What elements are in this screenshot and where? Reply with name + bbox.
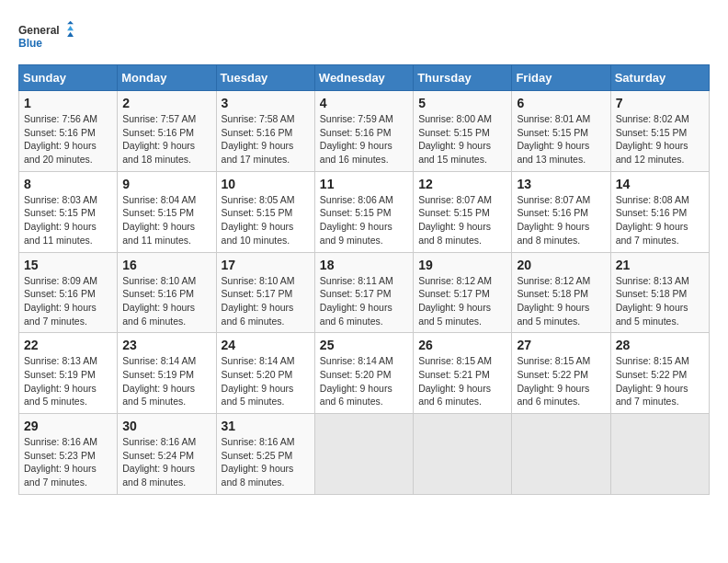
logo: General Blue [18,18,74,55]
page-header: General Blue [18,18,710,55]
day-number: 7 [616,96,704,110]
day-info: Sunrise: 8:11 AMSunset: 5:17 PMDaylight:… [320,274,408,328]
day-info: Sunrise: 8:16 AMSunset: 5:25 PMDaylight:… [222,435,310,489]
day-number: 15 [24,258,112,272]
calendar-cell: 12Sunrise: 8:07 AMSunset: 5:15 PMDayligh… [414,171,512,252]
calendar-cell [414,414,512,495]
day-number: 5 [418,96,506,110]
day-number: 9 [122,177,210,191]
column-header-wednesday: Wednesday [314,65,413,91]
day-number: 29 [24,419,112,433]
day-info: Sunrise: 8:03 AMSunset: 5:15 PMDaylight:… [24,193,112,247]
svg-marker-2 [67,21,74,24]
day-number: 12 [418,177,506,191]
calendar-cell: 31Sunrise: 8:16 AMSunset: 5:25 PMDayligh… [216,414,314,495]
day-number: 31 [222,419,310,433]
calendar-cell: 9Sunrise: 8:04 AMSunset: 5:15 PMDaylight… [118,171,216,252]
column-header-sunday: Sunday [19,65,118,91]
day-number: 26 [418,338,506,352]
day-info: Sunrise: 8:04 AMSunset: 5:15 PMDaylight:… [122,193,210,247]
day-info: Sunrise: 8:13 AMSunset: 5:19 PMDaylight:… [24,354,112,408]
calendar-cell: 20Sunrise: 8:12 AMSunset: 5:18 PMDayligh… [512,252,610,333]
calendar-cell [610,414,709,495]
calendar-cell: 27Sunrise: 8:15 AMSunset: 5:22 PMDayligh… [512,333,610,414]
calendar-cell: 23Sunrise: 8:14 AMSunset: 5:19 PMDayligh… [118,333,216,414]
day-info: Sunrise: 7:59 AMSunset: 5:16 PMDaylight:… [320,112,408,167]
calendar-cell: 15Sunrise: 8:09 AMSunset: 5:16 PMDayligh… [19,252,118,333]
svg-marker-4 [67,32,74,37]
day-number: 16 [122,258,210,272]
day-number: 25 [320,338,408,352]
day-number: 13 [517,177,605,191]
day-number: 10 [222,177,310,191]
calendar-cell: 16Sunrise: 8:10 AMSunset: 5:16 PMDayligh… [118,252,216,333]
day-number: 2 [122,96,210,110]
calendar-cell: 14Sunrise: 8:08 AMSunset: 5:16 PMDayligh… [610,171,709,252]
calendar-week-row: 22Sunrise: 8:13 AMSunset: 5:19 PMDayligh… [19,333,710,414]
day-info: Sunrise: 8:14 AMSunset: 5:20 PMDaylight:… [222,354,310,408]
day-number: 22 [24,338,112,352]
svg-text:General: General [18,24,60,37]
calendar-week-row: 1Sunrise: 7:56 AMSunset: 5:16 PMDaylight… [19,91,710,172]
day-info: Sunrise: 8:02 AMSunset: 5:15 PMDaylight:… [616,112,704,167]
calendar-cell: 5Sunrise: 8:00 AMSunset: 5:15 PMDaylight… [414,91,512,172]
calendar-cell: 6Sunrise: 8:01 AMSunset: 5:15 PMDaylight… [512,91,610,172]
day-number: 28 [616,338,704,352]
calendar-cell: 30Sunrise: 8:16 AMSunset: 5:24 PMDayligh… [118,414,216,495]
calendar-cell: 21Sunrise: 8:13 AMSunset: 5:18 PMDayligh… [610,252,709,333]
day-info: Sunrise: 8:14 AMSunset: 5:20 PMDaylight:… [320,354,408,408]
day-info: Sunrise: 7:57 AMSunset: 5:16 PMDaylight:… [122,112,210,167]
day-number: 27 [517,338,605,352]
calendar-cell: 29Sunrise: 8:16 AMSunset: 5:23 PMDayligh… [19,414,118,495]
column-header-saturday: Saturday [610,65,709,91]
day-info: Sunrise: 8:16 AMSunset: 5:23 PMDaylight:… [24,435,112,489]
calendar-cell: 28Sunrise: 8:15 AMSunset: 5:22 PMDayligh… [610,333,709,414]
logo-svg: General Blue [18,18,74,55]
day-info: Sunrise: 8:13 AMSunset: 5:18 PMDaylight:… [616,274,704,328]
day-info: Sunrise: 8:15 AMSunset: 5:22 PMDaylight:… [616,354,704,408]
calendar-cell: 18Sunrise: 8:11 AMSunset: 5:17 PMDayligh… [314,252,413,333]
calendar-cell [512,414,610,495]
day-number: 14 [616,177,704,191]
day-info: Sunrise: 7:56 AMSunset: 5:16 PMDaylight:… [24,112,112,167]
calendar-cell: 4Sunrise: 7:59 AMSunset: 5:16 PMDaylight… [314,91,413,172]
column-header-friday: Friday [512,65,610,91]
calendar-cell: 1Sunrise: 7:56 AMSunset: 5:16 PMDaylight… [19,91,118,172]
calendar-cell: 10Sunrise: 8:05 AMSunset: 5:15 PMDayligh… [216,171,314,252]
column-header-monday: Monday [118,65,216,91]
calendar-cell: 22Sunrise: 8:13 AMSunset: 5:19 PMDayligh… [19,333,118,414]
day-number: 30 [122,419,210,433]
column-header-tuesday: Tuesday [216,65,314,91]
day-number: 17 [222,258,310,272]
calendar-cell: 19Sunrise: 8:12 AMSunset: 5:17 PMDayligh… [414,252,512,333]
day-info: Sunrise: 8:09 AMSunset: 5:16 PMDaylight:… [24,274,112,328]
calendar-cell: 25Sunrise: 8:14 AMSunset: 5:20 PMDayligh… [314,333,413,414]
day-number: 6 [517,96,605,110]
day-number: 11 [320,177,408,191]
day-info: Sunrise: 8:12 AMSunset: 5:17 PMDaylight:… [418,274,506,328]
day-number: 8 [24,177,112,191]
day-info: Sunrise: 8:12 AMSunset: 5:18 PMDaylight:… [517,274,605,328]
day-number: 19 [418,258,506,272]
calendar-week-row: 15Sunrise: 8:09 AMSunset: 5:16 PMDayligh… [19,252,710,333]
calendar-cell: 26Sunrise: 8:15 AMSunset: 5:21 PMDayligh… [414,333,512,414]
day-number: 18 [320,258,408,272]
day-info: Sunrise: 8:06 AMSunset: 5:15 PMDaylight:… [320,193,408,247]
day-info: Sunrise: 8:15 AMSunset: 5:21 PMDaylight:… [418,354,506,408]
column-header-thursday: Thursday [414,65,512,91]
svg-marker-3 [67,26,74,30]
calendar-cell [314,414,413,495]
day-number: 1 [24,96,112,110]
day-info: Sunrise: 8:07 AMSunset: 5:15 PMDaylight:… [418,193,506,247]
day-number: 20 [517,258,605,272]
calendar-cell: 24Sunrise: 8:14 AMSunset: 5:20 PMDayligh… [216,333,314,414]
calendar-cell: 2Sunrise: 7:57 AMSunset: 5:16 PMDaylight… [118,91,216,172]
day-number: 3 [222,96,310,110]
day-info: Sunrise: 8:10 AMSunset: 5:16 PMDaylight:… [122,274,210,328]
day-info: Sunrise: 8:01 AMSunset: 5:15 PMDaylight:… [517,112,605,167]
calendar-table: SundayMondayTuesdayWednesdayThursdayFrid… [18,64,710,495]
calendar-cell: 11Sunrise: 8:06 AMSunset: 5:15 PMDayligh… [314,171,413,252]
day-number: 24 [222,338,310,352]
day-info: Sunrise: 7:58 AMSunset: 5:16 PMDaylight:… [222,112,310,167]
day-info: Sunrise: 8:07 AMSunset: 5:16 PMDaylight:… [517,193,605,247]
